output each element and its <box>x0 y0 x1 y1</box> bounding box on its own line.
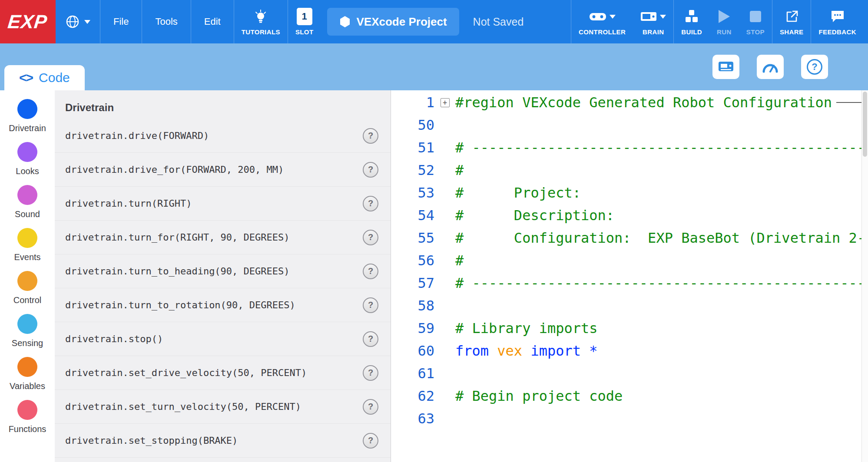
line-number: 63 <box>391 410 434 427</box>
monitor-gauge-button[interactable] <box>757 55 784 79</box>
language-globe-menu[interactable] <box>56 0 100 43</box>
palette-command-row[interactable]: drivetrain.turn_for(RIGHT, 90, DEGREES) … <box>55 221 391 254</box>
palette-command-row[interactable]: drivetrain.drive_for(FORWARD, 200, MM) ? <box>55 153 391 187</box>
fold-column: + <box>434 98 455 107</box>
command-list: drivetrain.drive(FORWARD) ? drivetrain.d… <box>55 119 391 458</box>
line-number: 57 <box>391 275 434 291</box>
command-palette: Drivetrain drivetrain.drive(FORWARD) ? d… <box>55 90 391 462</box>
palette-command-row[interactable]: drivetrain.set_turn_velocity(50, PERCENT… <box>55 390 391 424</box>
editor-line[interactable]: 63 <box>391 407 868 430</box>
editor-line[interactable]: 57 # -----------------------------------… <box>391 272 868 294</box>
editor-line[interactable]: 54 # Description: <box>391 204 868 227</box>
feedback-bubble-icon <box>830 10 845 23</box>
scrollbar-thumb[interactable] <box>863 92 867 157</box>
command-help-button[interactable]: ? <box>363 433 378 449</box>
editor-line[interactable]: 51 # -----------------------------------… <box>391 136 868 159</box>
menu-file[interactable]: File <box>100 0 142 43</box>
line-number: 58 <box>391 297 434 314</box>
code-token <box>489 343 497 359</box>
editor-line[interactable]: 58 <box>391 294 868 317</box>
editor-line[interactable]: 61 <box>391 362 868 385</box>
editor-line[interactable]: 56 # <box>391 249 868 272</box>
editor-line[interactable]: 1 + #region VEXcode Generated Robot Conf… <box>391 91 868 114</box>
category-label: Events <box>14 252 40 262</box>
command-help-button[interactable]: ? <box>363 399 378 415</box>
project-name-label: VEXcode Project <box>357 15 447 29</box>
editor-line[interactable]: 55 # Configuration: EXP BaseBot (Drivetr… <box>391 227 868 249</box>
command-help-button[interactable]: ? <box>363 331 378 347</box>
code-content: # Description: <box>455 207 861 224</box>
globe-icon <box>65 14 80 29</box>
code-editor[interactable]: 1 + #region VEXcode Generated Robot Conf… <box>391 90 868 462</box>
sidebar-category-variables[interactable]: Variables <box>0 357 55 400</box>
palette-command-row[interactable]: drivetrain.turn_to_rotation(90, DEGREES)… <box>55 288 391 322</box>
palette-command-row[interactable]: drivetrain.drive(FORWARD) ? <box>55 119 391 153</box>
menu-tools[interactable]: Tools <box>142 0 190 43</box>
feedback-button[interactable]: FEEDBACK <box>811 0 864 43</box>
workspace-tab-bar: <> Code ? <box>0 43 868 90</box>
palette-command-row[interactable]: drivetrain.set_drive_velocity(50, PERCEN… <box>55 356 391 390</box>
sidebar-category-control[interactable]: Control <box>0 271 55 314</box>
collapsed-region-line <box>836 102 861 103</box>
command-help-button[interactable]: ? <box>363 196 378 211</box>
category-label: Drivetrain <box>9 123 46 133</box>
tutorials-button[interactable]: TUTORIALS <box>234 0 288 43</box>
editor-line[interactable]: 50 <box>391 114 868 136</box>
device-info-button[interactable] <box>712 55 739 79</box>
slot-selector[interactable]: 1 SLOT <box>288 0 321 43</box>
sidebar-category-looks[interactable]: Looks <box>0 142 55 185</box>
line-number: 51 <box>391 139 434 156</box>
editor-line[interactable]: 60 from vex import * <box>391 340 868 362</box>
brain-button[interactable]: BRAIN <box>633 0 673 43</box>
editor-scrollbar[interactable] <box>861 90 868 462</box>
command-help-button[interactable]: ? <box>363 230 378 245</box>
palette-title: Drivetrain <box>65 102 391 114</box>
slot-label: SLOT <box>295 28 314 36</box>
sidebar-category-sound[interactable]: Sound <box>0 185 55 228</box>
run-button[interactable]: RUN <box>709 0 739 43</box>
sidebar-category-functions[interactable]: Functions <box>0 400 55 443</box>
controller-icon <box>589 11 606 22</box>
category-color-icon <box>17 185 37 205</box>
command-help-button[interactable]: ? <box>363 128 378 144</box>
code-tab-label: Code <box>39 70 70 85</box>
play-icon <box>719 10 730 23</box>
build-label: BUILD <box>681 28 702 36</box>
stop-button[interactable]: STOP <box>739 0 772 43</box>
category-color-icon <box>17 271 37 291</box>
run-label: RUN <box>717 28 732 36</box>
code-content: # Library imports <box>455 320 861 337</box>
project-name-button[interactable]: VEXcode Project <box>327 8 459 36</box>
command-text: drivetrain.set_turn_velocity(50, PERCENT… <box>65 401 301 412</box>
palette-command-row[interactable]: drivetrain.stop() ? <box>55 322 391 356</box>
menu-edit[interactable]: Edit <box>191 0 234 43</box>
stop-icon <box>750 11 761 22</box>
sidebar-category-drivetrain[interactable]: Drivetrain <box>0 99 55 142</box>
command-help-button[interactable]: ? <box>363 162 378 178</box>
help-button[interactable]: ? <box>801 55 828 79</box>
palette-command-row[interactable]: drivetrain.set_stopping(BRAKE) ? <box>55 424 391 458</box>
controller-button[interactable]: CONTROLLER <box>571 0 633 43</box>
fold-expand-icon[interactable]: + <box>441 98 450 107</box>
editor-line[interactable]: 59 # Library imports <box>391 317 868 340</box>
build-button[interactable]: BUILD <box>674 0 709 43</box>
command-text: drivetrain.turn(RIGHT) <box>65 198 192 209</box>
code-content: # <box>455 252 861 269</box>
command-help-button[interactable]: ? <box>363 264 378 279</box>
exp-logo: EXP <box>0 0 56 43</box>
palette-command-row[interactable]: drivetrain.turn_to_heading(90, DEGREES) … <box>55 254 391 288</box>
editor-line[interactable]: 62 # Begin project code <box>391 385 868 407</box>
category-color-icon <box>17 99 37 119</box>
category-list: Drivetrain Looks Sound Events Control Se… <box>0 90 55 462</box>
share-button[interactable]: SHARE <box>772 0 811 43</box>
tab-code[interactable]: <> Code <box>4 65 85 90</box>
command-help-button[interactable]: ? <box>363 297 378 313</box>
command-help-button[interactable]: ? <box>363 365 378 381</box>
main-content: Drivetrain Looks Sound Events Control Se… <box>0 90 868 462</box>
editor-line[interactable]: 52 # <box>391 159 868 182</box>
palette-command-row[interactable]: drivetrain.turn(RIGHT) ? <box>55 187 391 221</box>
sidebar-category-events[interactable]: Events <box>0 228 55 271</box>
sidebar-category-sensing[interactable]: Sensing <box>0 314 55 357</box>
code-token: import <box>530 343 581 359</box>
editor-line[interactable]: 53 # Project: <box>391 182 868 204</box>
